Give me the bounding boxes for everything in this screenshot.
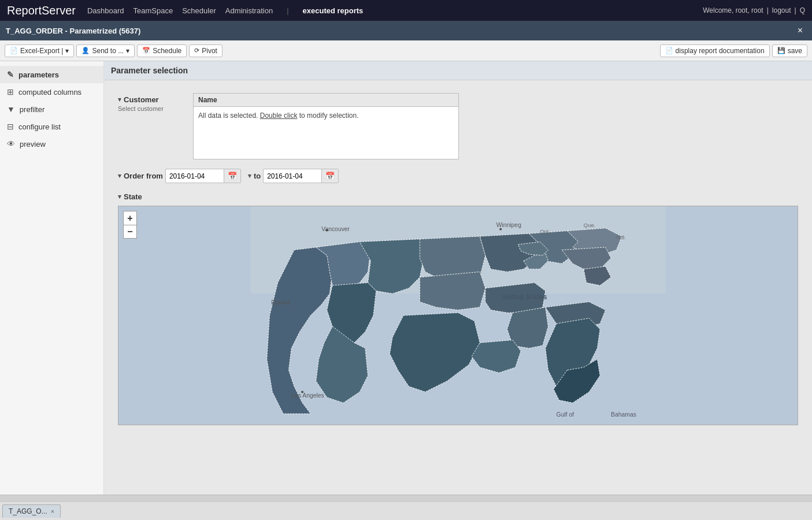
us-map-svg: Los Angeles Eureka Vancouver Winnipeg On… — [118, 206, 798, 425]
logout-link[interactable]: logout — [772, 6, 791, 14]
state-label-text: State — [124, 192, 142, 201]
order-to-input-wrap: 📅 — [263, 169, 339, 183]
excel-icon: 📄 — [10, 47, 18, 54]
sidebar: ✎ parameters ⊞ computed columns ▼ prefil… — [0, 61, 104, 495]
doc-icon: 📄 — [665, 47, 673, 54]
horizontal-scrollbar[interactable] — [0, 495, 812, 502]
preview-icon: 👁 — [7, 139, 15, 148]
tab-item[interactable]: T_AGG_O... × — [2, 504, 61, 518]
search-icon[interactable]: Q — [800, 6, 805, 14]
window-close-button[interactable]: × — [794, 24, 806, 37]
map-controls: + − — [123, 211, 137, 239]
param-panel: ▾ Customer Select customer Name All data… — [104, 87, 812, 431]
send-to-label: Send to ... — [92, 47, 124, 55]
svg-text:United States: United States — [502, 293, 547, 301]
window-title: T_AGG_ORDER - Parametrized (5637) — [6, 27, 140, 35]
order-from-label: ▾ Order from — [118, 172, 163, 180]
sidebar-item-prefilter[interactable]: ▼ prefilter — [0, 101, 103, 118]
nav-administration[interactable]: Administration — [225, 6, 273, 15]
schedule-label: Schedule — [153, 47, 181, 55]
display-doc-button[interactable]: 📄 display report documentation — [660, 44, 770, 57]
svg-point-14 — [301, 391, 303, 393]
svg-point-12 — [326, 229, 328, 232]
nav-sep3: | — [795, 6, 796, 14]
order-to-calendar-button[interactable]: 📅 — [321, 169, 338, 183]
parameters-icon: ✎ — [7, 70, 14, 79]
logo-bold: Report — [7, 4, 42, 17]
state-chevron[interactable]: ▾ — [118, 193, 121, 200]
nav-teamspace[interactable]: TeamSpace — [134, 6, 173, 15]
configure-list-icon: ⊟ — [7, 122, 14, 131]
customer-label: ▾ Customer — [118, 95, 193, 104]
window-title-bar: T_AGG_ORDER - Parametrized (5637) × — [0, 21, 812, 40]
tab-bar: T_AGG_O... × — [0, 502, 812, 520]
executed-reports-label: executed reports — [303, 6, 364, 15]
sidebar-prefilter-label: prefilter — [20, 105, 45, 114]
logo-normal: Server — [42, 4, 76, 17]
svg-text:Winnipeg: Winnipeg — [496, 222, 521, 228]
svg-text:Gulf of: Gulf of — [557, 411, 574, 418]
send-to-button[interactable]: 👤 Send to ... ▾ — [76, 44, 135, 57]
excel-export-label: Excel-Export | — [20, 47, 63, 55]
pivot-label: Pivot — [202, 47, 217, 55]
toolbar-right: 📄 display report documentation 💾 save — [660, 44, 807, 57]
order-to-input[interactable] — [264, 170, 321, 183]
svg-text:Los Angeles: Los Angeles — [291, 392, 324, 399]
all-data-label: All data is selected. — [198, 112, 258, 120]
pivot-button[interactable]: ⟳ Pivot — [189, 44, 223, 57]
pivot-icon: ⟳ — [194, 47, 199, 54]
sidebar-parameters-label: parameters — [18, 70, 59, 79]
sidebar-item-parameters[interactable]: ✎ parameters — [0, 66, 103, 83]
customer-table-header: Name — [194, 94, 458, 107]
state-label: ▾ State — [118, 192, 798, 201]
sidebar-computed-label: computed columns — [18, 88, 81, 96]
prefilter-icon: ▼ — [7, 105, 15, 114]
display-doc-label: display report documentation — [676, 47, 765, 55]
order-from-input[interactable] — [166, 170, 224, 183]
order-from-input-wrap: 📅 — [165, 169, 241, 183]
order-to-label: ▾ to — [248, 172, 261, 180]
modify-label: to modify selection. — [299, 112, 359, 120]
welcome-text: Welcome, root, root — [703, 6, 763, 14]
state-section: ▾ State + − — [113, 192, 803, 425]
schedule-button[interactable]: 📅 Schedule — [137, 44, 187, 57]
order-to-chevron[interactable]: ▾ — [248, 172, 251, 180]
calendar-icon: 📅 — [142, 47, 150, 54]
top-navigation: ReportServer Dashboard TeamSpace Schedul… — [0, 0, 812, 21]
svg-text:Eureka: Eureka — [271, 299, 290, 306]
customer-table-body[interactable]: All data is selected. Double click to mo… — [194, 107, 458, 159]
svg-text:N.B.: N.B. — [617, 235, 626, 240]
sidebar-preview-label: preview — [20, 140, 46, 148]
save-button[interactable]: 💾 save — [772, 44, 807, 57]
order-to-text: to — [254, 172, 261, 180]
dblclick-label: Double click — [260, 112, 298, 120]
app-logo: ReportServer — [7, 4, 76, 17]
svg-text:Ont.: Ont. — [540, 228, 550, 235]
toolbar: 📄 Excel-Export | ▾ 👤 Send to ... ▾ 📅 Sch… — [0, 40, 812, 61]
customer-chevron[interactable]: ▾ — [118, 96, 121, 103]
tab-close-button[interactable]: × — [51, 508, 54, 515]
svg-point-13 — [499, 228, 502, 231]
svg-text:Vancouver: Vancouver — [321, 226, 350, 232]
sidebar-item-configure-list[interactable]: ⊟ configure list — [0, 118, 103, 135]
excel-export-button[interactable]: 📄 Excel-Export | ▾ — [5, 44, 74, 57]
send-icon: 👤 — [81, 47, 90, 54]
nav-sep2: | — [767, 6, 769, 14]
order-from-chevron[interactable]: ▾ — [118, 172, 121, 180]
nav-scheduler[interactable]: Scheduler — [182, 6, 216, 15]
sidebar-configure-label: configure list — [18, 122, 61, 131]
customer-sublabel: Select customer — [118, 105, 193, 112]
order-from-text: Order from — [124, 172, 163, 180]
map-container[interactable]: + − — [118, 206, 798, 425]
customer-all-data-text: All data is selected. Double click to mo… — [198, 112, 359, 120]
order-from-calendar-button[interactable]: 📅 — [224, 169, 240, 183]
zoom-out-button[interactable]: − — [123, 225, 137, 239]
customer-table[interactable]: Name All data is selected. Double click … — [193, 93, 459, 159]
sidebar-item-computed-columns[interactable]: ⊞ computed columns — [0, 83, 103, 101]
sidebar-item-preview[interactable]: 👁 preview — [0, 135, 103, 153]
send-dropdown-icon: ▾ — [126, 47, 129, 55]
nav-dashboard[interactable]: Dashboard — [87, 6, 124, 15]
save-label: save — [788, 47, 802, 55]
computed-columns-icon: ⊞ — [7, 87, 14, 96]
zoom-in-button[interactable]: + — [123, 211, 137, 225]
